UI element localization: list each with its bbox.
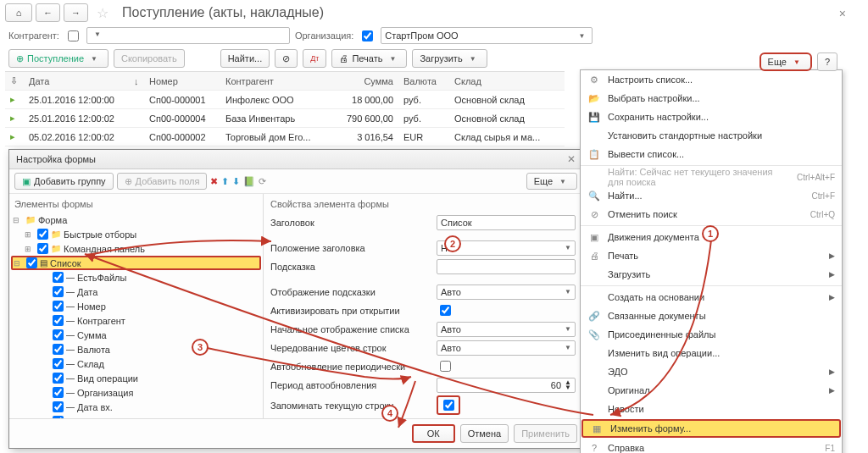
prop-input[interactable]: Список	[437, 215, 576, 230]
load-button[interactable]: Загрузить▼	[412, 49, 487, 68]
tree-item[interactable]: — Дата	[11, 285, 261, 299]
prop-input[interactable]: Авто▼	[437, 322, 576, 337]
col-contr[interactable]: Контрагент	[220, 76, 322, 86]
dt-button[interactable]: Дт	[303, 49, 326, 68]
props-header: Свойства элемента формы	[270, 197, 576, 214]
menu-item[interactable]: ? Справка F1	[581, 439, 842, 453]
prop-input[interactable]	[437, 259, 576, 274]
move-down-icon[interactable]: ⬇	[232, 176, 240, 187]
prop-row: Период автообновления60▲▼	[270, 377, 576, 393]
find-button[interactable]: Найти...	[220, 49, 270, 68]
tree-item[interactable]: ⊞ 📁 Быстрые отборы	[11, 227, 261, 241]
menu-item-label: Настроить список...	[608, 75, 835, 85]
tree-item[interactable]: — Дата вх.	[11, 400, 261, 414]
prop-label: Запоминать текущую строку	[270, 401, 431, 411]
dialog-close-icon[interactable]: ✕	[567, 153, 576, 165]
print-button[interactable]: 🖨Печать▼	[331, 49, 407, 68]
tree-item[interactable]: ⊞ 📁 Командная панель	[11, 241, 261, 256]
prop-spinner[interactable]: 60▲▼	[437, 378, 576, 393]
chevron-right-icon: ▶	[829, 270, 835, 279]
tree-item[interactable]: ⊟ 📁 Форма	[11, 213, 261, 227]
col-wh[interactable]: Склад	[449, 76, 559, 86]
dialog-title: Настройка формы	[16, 154, 96, 164]
menu-item-icon: ▦	[590, 423, 604, 434]
menu-item[interactable]: ⚙ Настроить список...	[581, 70, 842, 89]
forward-button[interactable]: →	[64, 3, 88, 22]
tree-item[interactable]: ⊟ ▤ Список	[11, 256, 261, 270]
menu-item[interactable]: Создать на основании ▶	[581, 288, 842, 307]
tree-header: Элементы формы	[11, 197, 261, 213]
org-input[interactable]: СтартПром ООО ▼	[381, 27, 593, 44]
menu-item-label: Изменить вид операции...	[608, 348, 835, 358]
chevron-right-icon: ▶	[829, 293, 835, 301]
prop-checkbox[interactable]	[440, 361, 451, 372]
org-check[interactable]	[362, 30, 373, 41]
apply-button[interactable]: Применить	[514, 424, 577, 443]
delete-icon[interactable]: ✖	[210, 176, 218, 187]
star-icon[interactable]: ☆	[97, 5, 108, 21]
prop-input[interactable]: Авто▼	[437, 340, 576, 356]
tree-item[interactable]: — Контрагент	[11, 313, 261, 328]
menu-item[interactable]: 📎 Присоединенные файлы	[581, 325, 842, 344]
tree-item[interactable]: — ЕстьФайлы	[11, 270, 261, 285]
menu-item[interactable]: 💾 Сохранить настройки...	[581, 108, 842, 126]
menu-item[interactable]: 📂 Выбрать настройки...	[581, 89, 842, 108]
add-fields-button[interactable]: ⊕Добавить поля	[117, 173, 208, 190]
col-num[interactable]: Номер	[144, 76, 220, 86]
menu-item-icon: ⊘	[587, 209, 601, 220]
cancel-button[interactable]: Отмена	[460, 424, 509, 443]
tree-item[interactable]: — Сумма	[11, 328, 261, 342]
col-cur[interactable]: Валюта	[398, 76, 449, 86]
menu-item[interactable]: ▦ Изменить форму...	[581, 419, 841, 438]
more-button[interactable]: Еще▼	[760, 52, 812, 71]
cancel-find-button[interactable]: ⊘	[275, 49, 298, 68]
prop-row: Автообновление периодически	[270, 358, 576, 374]
menu-item[interactable]: 🖨 Печать ▶	[581, 246, 842, 265]
menu-item[interactable]: Загрузить ▶	[581, 265, 842, 284]
book-icon[interactable]: 📗	[243, 176, 255, 187]
col-flag[interactable]: ⇩	[5, 75, 24, 86]
menu-item[interactable]: ⊘ Отменить поиск Ctrl+Q	[581, 205, 842, 224]
tree-item[interactable]: — Вид операции	[11, 371, 261, 385]
printer-icon: 🖨	[339, 53, 348, 64]
add-group-button[interactable]: ▣Добавить группу	[14, 173, 114, 190]
menu-item[interactable]: Найти: Сейчас нет текущего значения для …	[581, 168, 842, 186]
col-date[interactable]: Дата	[24, 76, 134, 86]
back-button[interactable]: ←	[36, 3, 60, 22]
tree-item[interactable]: — Склад	[11, 356, 261, 371]
prop-input[interactable]: Авто▼	[437, 285, 576, 300]
menu-item[interactable]: Изменить вид операции...	[581, 344, 842, 362]
menu-item[interactable]: ЭДО ▶	[581, 362, 842, 381]
menu-item[interactable]: Установить стандортные настройки	[581, 126, 842, 145]
menu-item[interactable]: Новости	[581, 400, 842, 418]
tree-item[interactable]: — Номер	[11, 299, 261, 313]
menu-item[interactable]: 📋 Вывести список...	[581, 145, 842, 163]
table-row[interactable]: ▸ 25.01.2016 12:00:02 Сп00-000004База Ин…	[5, 109, 565, 128]
tree-item[interactable]: — Организация	[11, 385, 261, 400]
home-button[interactable]: ⌂	[5, 3, 32, 22]
dialog-toolbar: ▣Добавить группу ⊕Добавить поля ✖ ⬆ ⬇ 📗 …	[9, 169, 582, 194]
tree-item[interactable]: — Валюта	[11, 342, 261, 356]
prop-row: Активизировать при открытии	[270, 302, 576, 318]
menu-item-label: Вывести список...	[608, 149, 835, 159]
move-up-icon[interactable]: ⬆	[221, 176, 229, 187]
contragent-input[interactable]: ▼	[86, 27, 290, 44]
dialog-more-button[interactable]: Еще▼	[526, 173, 577, 190]
help-button[interactable]: ?	[817, 52, 837, 71]
menu-item[interactable]: 🔍 Найти... Ctrl+F	[581, 186, 842, 205]
col-sum[interactable]: Сумма	[322, 76, 398, 86]
contragent-check[interactable]	[68, 30, 79, 41]
prop-checkbox[interactable]	[443, 400, 454, 411]
prop-checkbox[interactable]	[440, 305, 451, 316]
menu-item-label: Установить стандортные настройки	[608, 130, 835, 141]
tree-item-label: Сумма	[77, 330, 107, 340]
ok-button[interactable]: ОК	[412, 424, 455, 443]
close-icon[interactable]: ×	[839, 7, 846, 20]
receipt-button[interactable]: ⊕Поступление▼	[8, 49, 108, 68]
copy-button[interactable]: Скопировать	[114, 49, 185, 68]
table-row[interactable]: ▸ 05.02.2016 12:00:02 Сп00-000002Торговы…	[5, 128, 565, 146]
table-row[interactable]: ▸ 25.01.2016 12:00:00 Сп00-000001Инфолек…	[5, 91, 565, 109]
refresh-icon[interactable]: ⟳	[259, 176, 266, 187]
menu-item[interactable]: Оригинал ▶	[581, 381, 842, 400]
menu-item[interactable]: 🔗 Связанные документы	[581, 307, 842, 325]
